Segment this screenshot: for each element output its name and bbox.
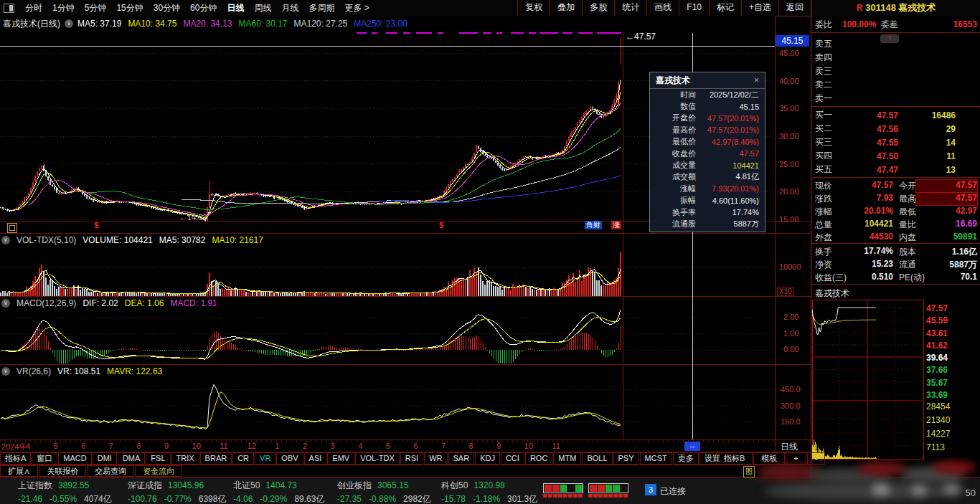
tool-button-叠加[interactable]: 叠加 — [550, 0, 582, 16]
pane-header-item: MACD(12,26,9) — [17, 298, 76, 308]
extension-tab-关联报价[interactable]: 关联报价 — [39, 465, 86, 477]
close-icon[interactable]: × — [754, 75, 759, 85]
weibi-row: 委比 100.00% 委差 16553 — [811, 17, 980, 32]
tool-button-+自选[interactable]: +自选 — [741, 0, 778, 16]
collapse-orderbook-button[interactable]: ∨ — [880, 34, 899, 43]
tool-button-画线[interactable]: 画线 — [646, 0, 679, 16]
event-marker-blue[interactable]: 角财 — [585, 221, 602, 229]
mini-chart-title[interactable]: 嘉戎技术 — [815, 287, 849, 300]
timeline-month: 9 — [496, 442, 501, 450]
market-heat-widget[interactable] — [588, 483, 628, 493]
indicator-button-指标B[interactable]: 指标B — [716, 452, 753, 465]
orderbook-buy-row[interactable]: 买五47.4713 — [811, 163, 980, 176]
index-quote-深证成指[interactable]: 深证成指13045.96-100.76-0.77%6398亿 — [128, 480, 226, 504]
stat-row: 涨幅20.01%最低42.97 — [811, 205, 980, 218]
main-axis-tick: 35.00 — [779, 104, 799, 113]
period-tab-多周期[interactable]: 多周期 — [303, 1, 339, 16]
period-tab-5分钟[interactable]: 5分钟 — [80, 1, 112, 16]
indicator-tab-VOL-TDX[interactable]: VOL-TDX — [355, 452, 400, 465]
tool-button-复权[interactable]: 复权 — [517, 0, 550, 16]
timeline-month: 4 — [358, 442, 362, 450]
indicator-tab-ROC[interactable]: ROC — [525, 452, 552, 465]
index-quote-科创50[interactable]: 科创501320.98-15.78-1.18%301.3亿 — [441, 480, 537, 504]
indicator-tab-FSL[interactable]: FSL — [146, 452, 170, 465]
indicator-tab-DMA[interactable]: DMA — [118, 452, 145, 465]
tool-button-F10[interactable]: F10 — [679, 0, 709, 16]
indicator-tab-MACD[interactable]: MACD — [58, 452, 91, 465]
indicator-tab-更多[interactable]: 更多 — [673, 452, 699, 465]
index-line1: 北证501404.73 — [233, 480, 324, 492]
period-tab-1分钟[interactable]: 1分钟 — [47, 1, 80, 16]
indicator-tab-KDJ[interactable]: KDJ — [475, 452, 500, 465]
chevron-down-icon[interactable]: ∨ — [1, 367, 10, 376]
ma-value: MA250: 23.00 — [354, 19, 407, 29]
indicator-tab-DMI[interactable]: DMI — [93, 452, 117, 465]
data-edge-line — [623, 33, 623, 439]
period-tab-分时[interactable]: 分时 — [20, 1, 47, 16]
indicator-tab-SAR[interactable]: SAR — [448, 452, 475, 465]
indicator-tab-CCI[interactable]: CCI — [501, 452, 524, 465]
stat-label: 外盘 — [815, 232, 832, 244]
macd-chart[interactable] — [0, 308, 775, 364]
indicator-tab-窗口[interactable]: 窗口 — [32, 452, 57, 465]
tool-button-多股[interactable]: 多股 — [582, 0, 614, 16]
vr-chart[interactable] — [0, 377, 775, 439]
index-change: -100.76 — [128, 494, 157, 504]
tooltip-row: 最高价47.57(20.01%) — [650, 124, 765, 135]
kline-title: 嘉戎技术(日线) — [3, 18, 60, 30]
indicator-tab-MTM[interactable]: MTM — [553, 452, 581, 465]
period-tab-月线[interactable]: 月线 — [276, 1, 303, 16]
indicator-tab-PSY[interactable]: PSY — [613, 452, 639, 465]
period-tab-15分钟[interactable]: 15分钟 — [111, 1, 148, 16]
chevron-down-icon[interactable]: ∨ — [1, 236, 10, 244]
extension-tab-交易查询[interactable]: 交易查询 — [87, 465, 134, 477]
period-tab-更多 >[interactable]: 更多 > — [339, 1, 374, 16]
tooltip-value: 104421 — [696, 161, 759, 170]
index-quote-上证指数[interactable]: 上证指数3892.55-21.46-0.55%4074亿 — [18, 480, 112, 504]
indicator-tab-BOLL[interactable]: BOLL — [582, 452, 612, 465]
tool-button-标记[interactable]: 标记 — [709, 0, 741, 16]
stat-cell: 外盘44530 — [811, 232, 895, 244]
period-tab-日线[interactable]: 日线 — [222, 1, 249, 16]
chevron-down-icon[interactable]: ∨ — [1, 299, 10, 308]
indicator-tab-CR[interactable]: CR — [232, 452, 254, 465]
overlay-window-icon[interactable] — [7, 223, 17, 233]
window-icon[interactable] — [4, 4, 14, 13]
orderbook-buy-row[interactable]: 买三47.5514 — [811, 135, 980, 149]
orderbook-sell-row[interactable]: 卖四 — [811, 51, 980, 65]
orderbook-sell-row[interactable]: 卖二 — [811, 78, 980, 92]
orderbook-buy-row[interactable]: 买一47.5716486 — [811, 108, 980, 122]
indicator-tab-RSI[interactable]: RSI — [400, 452, 423, 465]
indicator-tab-MCST[interactable]: MCST — [640, 452, 672, 465]
orderbook-buy-row[interactable]: 买二47.5629 — [811, 122, 980, 135]
market-heat-widget[interactable] — [543, 483, 583, 493]
volume-chart[interactable] — [0, 246, 775, 296]
intraday-mini-chart[interactable] — [812, 300, 923, 459]
indicator-tab-指标A[interactable]: 指标A — [0, 452, 31, 465]
orderbook-buy-row[interactable]: 买四47.5011 — [811, 149, 980, 163]
tool-button-统计[interactable]: 统计 — [614, 0, 646, 16]
timeline-month: 6 — [81, 442, 85, 450]
index-quote-创业板指[interactable]: 创业板指3065.15-27.35-0.88%2982亿 — [337, 480, 431, 504]
indicator-tab-BRAR[interactable]: BRAR — [200, 452, 232, 465]
period-tab-周线[interactable]: 周线 — [249, 1, 276, 16]
indicator-tab-EMV[interactable]: EMV — [327, 452, 354, 465]
orderbook-sell-row[interactable]: 卖一 — [811, 92, 980, 105]
event-marker-limit-up[interactable]: 涨 — [611, 221, 621, 229]
chevron-down-icon[interactable]: ∨ — [65, 19, 73, 28]
indicator-tab-WR[interactable]: WR — [424, 452, 447, 465]
tooltip-value: 42.97(8.40%) — [696, 138, 759, 146]
index-quote-北证50[interactable]: 北证501404.73-4.06-0.29%89.63亿 — [233, 480, 324, 504]
connection-count-badge[interactable]: 3 — [645, 484, 656, 495]
indicator-tab-OBV[interactable]: OBV — [276, 452, 303, 465]
period-tab-30分钟[interactable]: 30分钟 — [149, 1, 185, 16]
orderbook-sell-row[interactable]: 卖三 — [811, 65, 980, 78]
tool-button-返回[interactable]: 返回 — [778, 0, 811, 16]
main-axis-tick: 45.00 — [779, 49, 799, 57]
indicator-tab-ASI[interactable]: ASI — [304, 452, 327, 465]
extension-tab-扩展∧[interactable]: 扩展∧ — [0, 465, 38, 477]
indicator-tab-VR[interactable]: VR — [255, 452, 275, 465]
period-tab-60分钟[interactable]: 60分钟 — [185, 1, 222, 16]
indicator-tab-TRIX[interactable]: TRIX — [171, 452, 199, 465]
extension-tab-资金流向[interactable]: 资金流向 — [135, 465, 182, 477]
